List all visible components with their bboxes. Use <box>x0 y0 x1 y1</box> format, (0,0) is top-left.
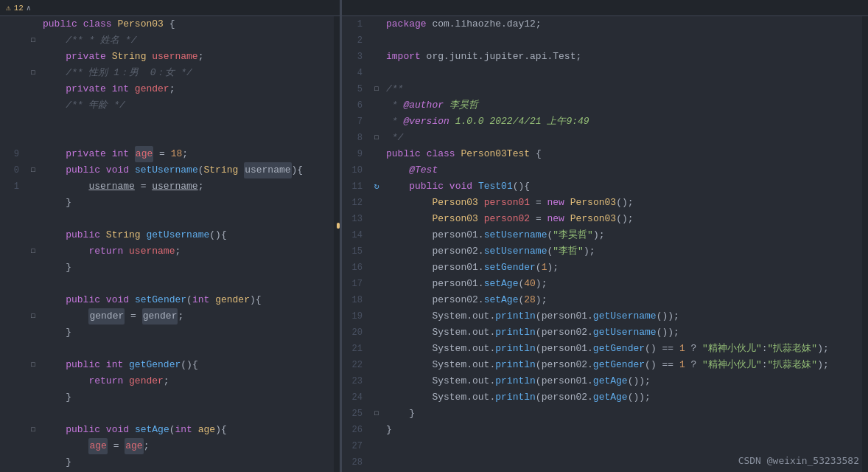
rgutter-19 <box>370 308 383 324</box>
rline-16: 16 <box>340 260 367 276</box>
rgutter-15 <box>370 243 383 260</box>
gutter-icon-l8 <box>27 130 40 146</box>
rgutter-8[interactable]: □ <box>370 130 383 146</box>
right-pane-header <box>340 0 868 16</box>
line-num-21 <box>0 341 24 357</box>
left-code-line-12: } <box>43 195 334 211</box>
rcode-1: package com.lihaozhe.day12; <box>386 16 862 32</box>
rline-10: 10 <box>340 162 367 178</box>
right-scrollbar[interactable] <box>862 16 868 472</box>
rcode-20: System.out.println(person02.getUsername(… <box>386 324 862 341</box>
right-gutter-icons: □ □ ↻ <box>370 16 383 472</box>
rcode-19: System.out.println(person01.getUsername(… <box>386 308 862 324</box>
rgutter-25[interactable]: □ <box>370 406 383 422</box>
gutter-icon-l4[interactable]: □ <box>27 65 40 81</box>
gutter-icon-l17 <box>27 276 40 292</box>
rline-6: 6 <box>340 97 367 114</box>
rgutter-26 <box>370 422 383 438</box>
rgutter-28 <box>370 454 383 471</box>
left-line-numbers: 9 0 1 <box>0 16 27 472</box>
rline-20: 20 <box>340 324 367 341</box>
rgutter-20 <box>370 324 383 341</box>
rcode-11: public void Test01(){ <box>386 178 862 195</box>
gutter-icon-l6 <box>27 97 40 114</box>
rline-8: 8 <box>340 130 367 146</box>
line-num-24 <box>0 389 24 406</box>
left-code-line-14: public String getUsername(){ <box>43 227 334 243</box>
line-num-22 <box>0 357 24 373</box>
rline-22: 22 <box>340 357 367 373</box>
rcode-14: person01.setUsername("李昊哲"); <box>386 227 862 243</box>
gutter-icon-l12 <box>27 195 40 211</box>
rline-21: 21 <box>340 341 367 357</box>
rline-19: 19 <box>340 308 367 324</box>
left-scrollbar[interactable] <box>334 16 340 472</box>
gutter-icon-l5 <box>27 81 40 97</box>
rline-12: 12 <box>340 195 367 211</box>
left-gutter-icons: □ □ □ □ □ <box>27 16 40 472</box>
left-code-line-27: age = age; <box>43 438 334 454</box>
gutter-icon-l26[interactable]: □ <box>27 422 40 438</box>
left-code-line-9: private int age = 18; <box>43 146 334 162</box>
rcode-7: * @version 1.0.0 2022/4/21 上午9:49 <box>386 114 862 130</box>
gutter-icon-l24 <box>27 389 40 406</box>
watermark: CSDN @weixin_53233582 <box>738 455 859 466</box>
gutter-icon-l10[interactable]: □ <box>27 162 40 178</box>
left-code-lines: public class Person03 { /** * 姓名 */ priv… <box>40 16 334 472</box>
right-code-lines: package com.lihaozhe.day12; import org.j… <box>383 16 862 472</box>
gutter-icon-l18 <box>27 292 40 308</box>
line-num-28 <box>0 454 24 471</box>
line-num-12 <box>0 195 24 211</box>
line-num-9: 9 <box>0 146 24 162</box>
line-num-14 <box>0 227 24 243</box>
left-header-left: ⚠ 12 ∧ <box>6 3 31 13</box>
line-num-11: 1 <box>0 178 24 195</box>
rgutter-6 <box>370 97 383 114</box>
left-code-line-2: /** * 姓名 */ <box>43 32 334 49</box>
rline-17: 17 <box>340 276 367 292</box>
rline-13: 13 <box>340 211 367 227</box>
left-code-line-13 <box>43 211 334 227</box>
line-num-6 <box>0 97 24 114</box>
gutter-icon-l22[interactable]: □ <box>27 357 40 373</box>
gutter-icon-l11 <box>27 178 40 195</box>
rcode-10: @Test <box>386 162 862 178</box>
rcode-24: System.out.println(person02.getAge()); <box>386 389 862 406</box>
gutter-icon-l19[interactable]: □ <box>27 308 40 324</box>
pane-separator <box>340 0 342 472</box>
rcode-22: System.out.println(person02.getGender() … <box>386 357 862 373</box>
rcode-17: person01.setAge(40); <box>386 276 862 292</box>
gutter-icon-l27 <box>27 438 40 454</box>
chevron-icon[interactable]: ∧ <box>27 4 31 13</box>
rline-24: 24 <box>340 389 367 406</box>
line-num-27 <box>0 438 24 454</box>
left-code-line-17 <box>43 276 334 292</box>
gutter-icon-l20 <box>27 324 40 341</box>
rline-4: 4 <box>340 65 367 81</box>
rgutter-16 <box>370 260 383 276</box>
gutter-icon-l13 <box>27 211 40 227</box>
left-code-line-11: username = username; <box>43 178 334 195</box>
rgutter-24 <box>370 389 383 406</box>
rgutter-5[interactable]: □ <box>370 81 383 97</box>
rline-14: 14 <box>340 227 367 243</box>
rcode-15: person02.setUsername("李哲"); <box>386 243 862 260</box>
rgutter-9 <box>370 146 383 162</box>
rgutter-4 <box>370 65 383 81</box>
rcode-18: person02.setAge(28); <box>386 292 862 308</box>
rcode-13: Person03 person02 = new Person03(); <box>386 211 862 227</box>
line-num-4 <box>0 65 24 81</box>
rgutter-12 <box>370 195 383 211</box>
right-pane: 1 2 3 4 5 6 7 8 9 10 11 12 13 14 15 16 1… <box>340 0 868 472</box>
gutter-icon-l15[interactable]: □ <box>27 243 40 260</box>
rline-15: 15 <box>340 243 367 260</box>
rgutter-14 <box>370 227 383 243</box>
gutter-icon-l2[interactable]: □ <box>27 32 40 49</box>
rgutter-27 <box>370 438 383 454</box>
rgutter-11[interactable]: ↻ <box>370 178 383 195</box>
rcode-5: /** <box>386 81 862 97</box>
gutter-icon-l23 <box>27 373 40 389</box>
left-code-line-21 <box>43 341 334 357</box>
left-code-line-23: return gender; <box>43 373 334 389</box>
left-code-line-16: } <box>43 260 334 276</box>
